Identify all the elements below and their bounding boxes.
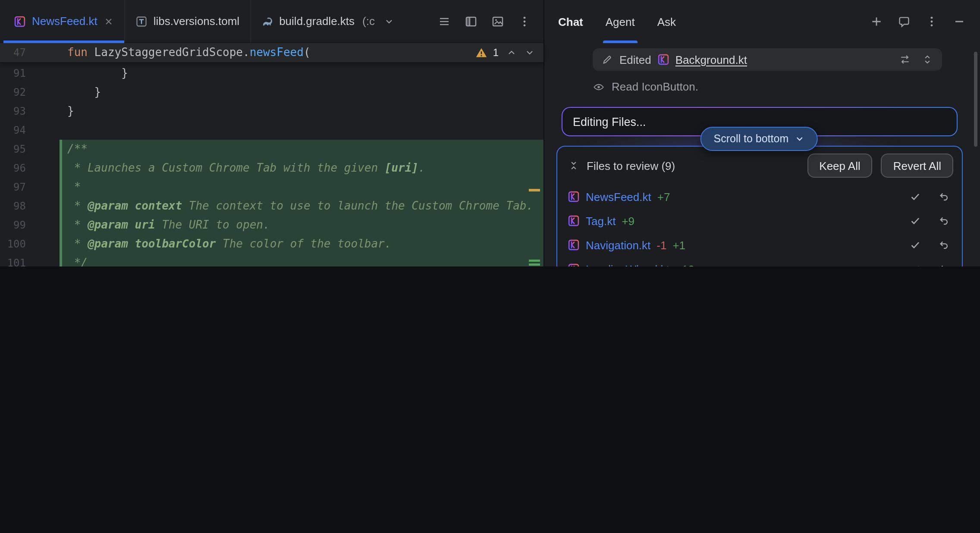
review-file-row[interactable]: NewsFeed.kt +7 — [557, 185, 962, 209]
code-token: The color of the toolbar. — [216, 237, 391, 250]
tab-label: build.gradle.kts — [279, 15, 355, 28]
file-name[interactable]: Tag.kt — [586, 214, 616, 227]
revert-file-button[interactable] — [938, 239, 950, 251]
scroll-to-bottom-button[interactable]: Scroll to bottom — [701, 127, 818, 151]
revert-all-button[interactable]: Revert All — [881, 154, 953, 178]
read-icon — [593, 81, 605, 93]
scroll-to-bottom-label: Scroll to bottom — [714, 133, 789, 145]
inspection-widget: 1 — [476, 43, 535, 62]
kebab-menu-icon[interactable] — [925, 15, 939, 28]
kotlin-file-icon — [568, 263, 580, 266]
collapse-icon[interactable] — [568, 160, 580, 172]
more-options-icon[interactable] — [518, 14, 531, 28]
added-lines-count: +9 — [622, 214, 634, 227]
files-to-review-list: NewsFeed.kt +7 Tag.kt +9 — [557, 183, 962, 266]
chat-history-icon[interactable] — [897, 15, 911, 28]
line-number[interactable]: 99 — [0, 216, 26, 235]
review-file-row[interactable]: Tag.kt +9 — [557, 209, 962, 233]
kotlin-file-icon — [568, 191, 580, 203]
chat-toolbar — [870, 0, 966, 43]
warning-count: 1 — [493, 43, 499, 62]
keep-file-button[interactable] — [909, 191, 921, 203]
list-icon[interactable] — [437, 14, 451, 28]
chat-vertical-scrollbar[interactable] — [974, 52, 977, 147]
keep-all-button[interactable]: Keep All — [807, 154, 872, 178]
close-icon[interactable] — [104, 16, 114, 26]
tab-newsfeed-kt[interactable]: NewsFeed.kt — [3, 0, 125, 42]
gradle-icon — [261, 15, 273, 27]
file-name[interactable]: Navigation.kt — [586, 238, 650, 251]
hide-panel-icon[interactable] — [952, 15, 966, 28]
code-token: } — [67, 85, 101, 98]
code-line[interactable]: 95/** — [0, 140, 543, 159]
code-token: * — [67, 180, 81, 193]
line-number[interactable]: 97 — [0, 178, 26, 197]
ai-chat-pane: Chat Agent Ask — [543, 0, 980, 266]
review-file-row[interactable]: Navigation.kt -1 +1 — [557, 233, 962, 257]
code-editor[interactable]: 91 }92 }93}9495/**96 * Launches a Custom… — [0, 63, 543, 266]
line-number[interactable]: 94 — [0, 121, 26, 140]
added-lines-count: +1 — [672, 238, 685, 251]
line-number[interactable]: 47 — [0, 43, 26, 62]
revert-file-button[interactable] — [938, 191, 950, 203]
expand-icon[interactable] — [921, 53, 933, 66]
file-name[interactable]: NewsFeed.kt — [586, 190, 651, 203]
tab-chat[interactable]: Chat — [558, 0, 583, 43]
line-number[interactable]: 95 — [0, 140, 26, 159]
new-chat-icon[interactable] — [870, 15, 883, 28]
code-line[interactable]: 100 * @param toolbarColor The color of t… — [0, 235, 543, 254]
code-token: */ — [67, 256, 88, 266]
code-line[interactable]: 99 * @param uri The URI to open. — [0, 216, 543, 235]
screenshot-icon[interactable] — [491, 14, 505, 28]
file-name[interactable]: LoadingWheel.kt — [586, 263, 669, 266]
code-line[interactable]: 94 — [0, 121, 543, 140]
line-number[interactable]: 91 — [0, 64, 26, 83]
code-line[interactable]: 93} — [0, 102, 543, 121]
code-line[interactable]: 96 * Launches a Custom Chrome Tab with t… — [0, 159, 543, 178]
warning-icon[interactable] — [476, 47, 488, 59]
tab-build-gradle-kts[interactable]: build.gradle.kts (:c — [251, 0, 405, 42]
line-number[interactable]: 101 — [0, 254, 26, 266]
chevron-down-icon[interactable] — [525, 47, 535, 58]
line-number[interactable]: 98 — [0, 197, 26, 216]
revert-file-button[interactable] — [938, 263, 950, 266]
toml-file-icon — [135, 15, 148, 27]
kotlin-file-icon — [568, 215, 580, 227]
code-token: } — [67, 66, 128, 79]
keep-file-button[interactable] — [909, 215, 921, 227]
file-row-actions — [909, 191, 950, 203]
line-number[interactable]: 92 — [0, 83, 26, 102]
pencil-icon — [601, 53, 613, 66]
chevron-down-icon — [795, 134, 805, 144]
code-token: * Launches a Custom Chrome Tab with the … — [67, 161, 385, 174]
split-editor-icon[interactable] — [464, 14, 478, 28]
chevron-up-icon[interactable] — [506, 47, 517, 58]
sticky-line-header[interactable]: 47 fun LazyStaggeredGridScope.newsFeed( … — [0, 43, 543, 63]
keep-file-button[interactable] — [909, 263, 921, 266]
review-file-row[interactable]: LoadingWheel.kt +12 — [557, 257, 962, 266]
diff-icon[interactable] — [899, 53, 911, 66]
line-number[interactable]: 100 — [0, 235, 26, 254]
edited-action-label: Edited — [619, 53, 651, 66]
tab-label-suffix: (:c — [362, 15, 375, 28]
line-number[interactable]: 93 — [0, 102, 26, 121]
revert-file-button[interactable] — [938, 215, 950, 227]
code-token: . — [418, 161, 425, 174]
read-file-label: Read IconButton. — [612, 80, 698, 93]
keep-file-button[interactable] — [909, 239, 921, 251]
edited-file-card[interactable]: Edited Background.kt — [593, 48, 942, 71]
file-row-actions — [909, 263, 950, 266]
read-file-row[interactable]: Read IconButton. — [593, 80, 942, 93]
tab-agent[interactable]: Agent — [606, 0, 635, 43]
tab-ask[interactable]: Ask — [657, 0, 676, 43]
code-line[interactable]: 91 } — [0, 64, 543, 83]
code-line[interactable]: 92 } — [0, 83, 543, 102]
line-number[interactable]: 96 — [0, 159, 26, 178]
code-line[interactable]: 98 * @param context The context to use t… — [0, 197, 543, 216]
edited-file-link[interactable]: Background.kt — [675, 53, 747, 66]
chevron-down-icon[interactable] — [384, 16, 395, 26]
code-line[interactable]: 101 */ — [0, 254, 543, 266]
tab-libs-versions-toml[interactable]: libs.versions.toml — [125, 0, 251, 42]
code-text: * @param toolbarColor The color of the t… — [60, 235, 543, 254]
code-line[interactable]: 97 * — [0, 178, 543, 197]
